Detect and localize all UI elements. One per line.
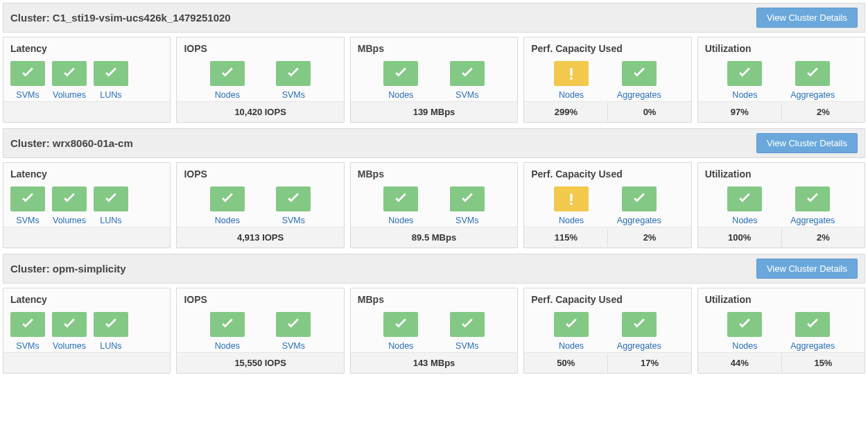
status-item[interactable]: Aggregates — [617, 186, 661, 225]
status-link[interactable]: Nodes — [727, 216, 762, 225]
status-item[interactable]: Volumes — [52, 186, 87, 225]
status-item[interactable]: Nodes — [210, 186, 245, 225]
status-item[interactable]: Nodes — [727, 61, 762, 100]
card-footer: 115%2% — [524, 227, 691, 247]
card-title: Latency — [3, 37, 170, 60]
svg-rect-2 — [570, 193, 572, 201]
status-link[interactable]: Nodes — [210, 341, 245, 351]
status-link[interactable]: LUNs — [94, 341, 128, 351]
mbps-card: MBpsNodesSVMs143 MBps — [350, 288, 518, 374]
status-item[interactable]: Nodes — [727, 186, 762, 225]
status-item[interactable]: Volumes — [52, 312, 87, 351]
status-item[interactable]: Nodes — [554, 186, 589, 225]
card-title: MBps — [351, 288, 517, 311]
status-item[interactable]: Nodes — [210, 61, 245, 100]
check-icon — [630, 64, 648, 82]
status-link[interactable]: Nodes — [210, 90, 245, 100]
status-item[interactable]: SVMs — [10, 312, 45, 351]
status-item[interactable]: Aggregates — [790, 186, 835, 225]
view-cluster-details-button[interactable]: View Cluster Details — [756, 133, 858, 153]
status-link[interactable]: Aggregates — [790, 216, 835, 225]
status-item[interactable]: SVMs — [450, 61, 485, 100]
status-link[interactable]: SVMs — [276, 341, 311, 351]
status-link[interactable]: Nodes — [554, 90, 589, 100]
status-link[interactable]: SVMs — [10, 216, 45, 225]
card-title: MBps — [351, 163, 517, 185]
metrics-row: LatencySVMsVolumesLUNsIOPSNodesSVMs10,42… — [3, 37, 865, 123]
mbps-value: 139 MBps — [351, 103, 517, 121]
status-item[interactable]: Nodes — [383, 186, 418, 225]
util-aggr-value: 15% — [781, 354, 865, 372]
status-item[interactable]: SVMs — [276, 312, 311, 351]
perfcap-aggr-value: 0% — [607, 103, 691, 121]
card-footer — [3, 101, 170, 122]
status-item[interactable]: Nodes — [554, 312, 589, 351]
view-cluster-details-button[interactable]: View Cluster Details — [756, 259, 858, 279]
status-link[interactable]: Nodes — [383, 90, 418, 100]
status-item[interactable]: Nodes — [210, 312, 245, 351]
check-icon — [458, 64, 476, 82]
card-footer: 4,913 IOPS — [177, 227, 343, 247]
status-item[interactable]: SVMs — [10, 186, 45, 225]
status-item[interactable]: Nodes — [727, 312, 762, 351]
check-icon — [736, 64, 754, 82]
status-link[interactable]: SVMs — [450, 216, 485, 225]
status-item[interactable]: Aggregates — [617, 61, 661, 100]
status-link[interactable]: Volumes — [52, 341, 87, 351]
status-item[interactable]: SVMs — [450, 186, 485, 225]
card-title: Latency — [3, 163, 170, 185]
status-link[interactable]: Nodes — [554, 216, 589, 225]
status-item[interactable]: Aggregates — [790, 61, 835, 100]
status-item[interactable]: LUNs — [94, 186, 128, 225]
check-icon — [19, 190, 37, 208]
status-item[interactable]: Nodes — [383, 61, 418, 100]
status-tile — [383, 312, 418, 337]
status-link[interactable]: Nodes — [554, 341, 589, 351]
status-link[interactable]: SVMs — [450, 90, 485, 100]
status-link[interactable]: SVMs — [276, 90, 311, 100]
perfcap-aggr-value: 17% — [607, 354, 691, 372]
status-link[interactable]: LUNs — [94, 90, 128, 100]
status-link[interactable]: Volumes — [52, 90, 87, 100]
exclamation-icon — [562, 190, 580, 208]
status-item[interactable]: Aggregates — [617, 312, 661, 351]
status-tile — [450, 186, 485, 211]
status-item[interactable]: LUNs — [94, 61, 128, 100]
status-link[interactable]: Nodes — [727, 341, 762, 351]
status-item[interactable]: Aggregates — [790, 312, 835, 351]
status-item[interactable]: Nodes — [383, 312, 418, 351]
status-item[interactable]: Volumes — [52, 61, 87, 100]
utilization-card: UtilizationNodesAggregates44%15% — [697, 288, 865, 374]
status-item[interactable]: SVMs — [276, 61, 311, 100]
status-link[interactable]: Aggregates — [617, 216, 661, 225]
status-item[interactable]: LUNs — [94, 312, 128, 351]
status-link[interactable]: SVMs — [450, 341, 485, 351]
status-link[interactable]: Aggregates — [617, 341, 661, 351]
status-item[interactable]: SVMs — [10, 61, 45, 100]
view-cluster-details-button[interactable]: View Cluster Details — [756, 8, 858, 28]
cluster-header: Cluster: C1_sti19-vsim-ucs426k_147925102… — [3, 3, 865, 33]
status-link[interactable]: Volumes — [52, 216, 87, 225]
status-link[interactable]: SVMs — [10, 341, 45, 351]
status-item[interactable]: SVMs — [450, 312, 485, 351]
status-link[interactable]: Nodes — [210, 216, 245, 225]
status-tile — [622, 61, 657, 86]
status-link[interactable]: LUNs — [94, 216, 128, 225]
status-link[interactable]: SVMs — [276, 216, 311, 225]
check-icon — [562, 315, 580, 333]
card-footer: 89.5 MBps — [351, 227, 517, 247]
status-link[interactable]: Aggregates — [617, 90, 661, 100]
check-icon — [392, 190, 410, 208]
card-footer: 139 MBps — [351, 101, 517, 122]
perfcap-nodes-value: 299% — [524, 103, 607, 121]
status-link[interactable]: Nodes — [383, 216, 418, 225]
status-link[interactable]: SVMs — [10, 90, 45, 100]
status-item[interactable]: SVMs — [276, 186, 311, 225]
util-nodes-value: 97% — [698, 103, 781, 121]
status-link[interactable]: Nodes — [383, 341, 418, 351]
status-item[interactable]: Nodes — [554, 61, 589, 100]
status-link[interactable]: Nodes — [727, 90, 762, 100]
status-link[interactable]: Aggregates — [790, 90, 835, 100]
status-link[interactable]: Aggregates — [790, 341, 835, 351]
check-icon — [19, 315, 37, 333]
